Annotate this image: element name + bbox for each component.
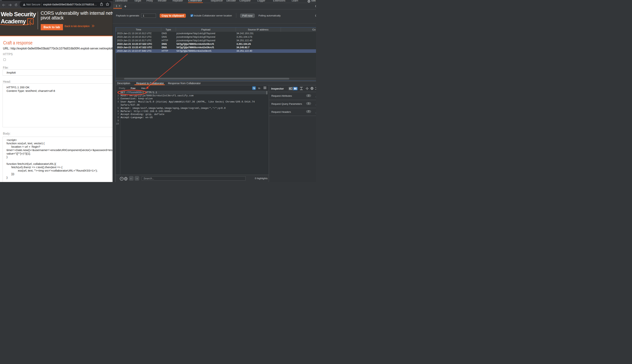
svg-text:?: ? [121, 177, 122, 180]
